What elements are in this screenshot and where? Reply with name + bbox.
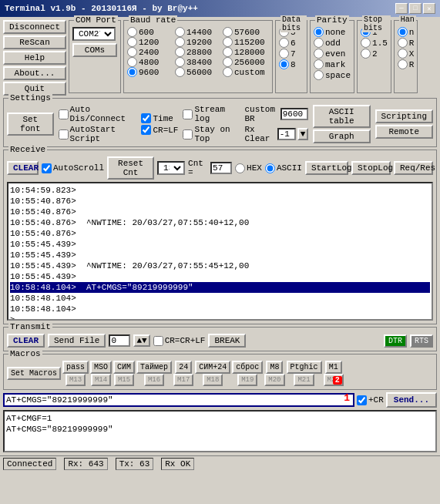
hnd-n[interactable]: n: [398, 27, 415, 37]
macro-m21[interactable]: M21: [294, 374, 314, 386]
window-title: Terminal v1.9b - 20130116Я - by Br@y++: [5, 4, 198, 13]
command-input[interactable]: [5, 395, 353, 405]
cr-lf-check[interactable]: CR=LF: [141, 125, 178, 135]
coms-button[interactable]: COMs: [72, 43, 117, 57]
cr-check[interactable]: +CR: [357, 395, 384, 405]
remote-button[interactable]: Remote: [375, 125, 433, 139]
stream-log-check[interactable]: Stream log: [183, 105, 240, 123]
baud-14400[interactable]: 14400: [175, 27, 221, 37]
maximize-button[interactable]: □: [409, 3, 422, 14]
start-log-button[interactable]: StartLog: [305, 161, 348, 175]
repeat-input[interactable]: [109, 334, 130, 347]
transmit-clear-button[interactable]: CLEAR: [7, 334, 45, 348]
stop-2[interactable]: 2: [361, 49, 388, 59]
parity-odd[interactable]: odd: [314, 38, 351, 48]
ascii-radio[interactable]: ASCII: [265, 163, 302, 173]
auto-dis-connect[interactable]: Auto Dis/Connect: [59, 105, 137, 123]
req-res-button[interactable]: Req/Res: [394, 161, 433, 175]
data-6[interactable]: 6: [279, 38, 304, 48]
send-file-button[interactable]: Send File: [48, 334, 106, 348]
title-bar: Terminal v1.9b - 20130116Я - by Br@y++ ─…: [0, 0, 440, 17]
about-button[interactable]: About...: [3, 66, 66, 80]
custom-br-input[interactable]: [280, 108, 308, 120]
baud-38400[interactable]: 38400: [175, 57, 221, 67]
macro-m13[interactable]: M13: [65, 374, 86, 386]
macro-m15[interactable]: M15: [114, 374, 134, 386]
terminal-line: 10:55:40.876>: [10, 207, 430, 217]
baud-custom[interactable]: custom: [223, 67, 269, 77]
macro-m19[interactable]: M19: [237, 374, 257, 386]
baud-4800[interactable]: 4800: [127, 57, 173, 67]
ascii-table-button[interactable]: ASCII table: [313, 105, 371, 128]
graph-button[interactable]: Graph: [313, 129, 371, 143]
close-button[interactable]: ✕: [423, 3, 435, 14]
data-7[interactable]: 7: [279, 49, 304, 59]
macro-ptghic[interactable]: Ptghic: [287, 361, 322, 374]
macro-sbros[interactable]: сброс: [232, 361, 263, 374]
window-controls[interactable]: ─ □ ✕: [395, 3, 435, 14]
stop-1-5[interactable]: 1.5: [361, 38, 388, 48]
baud-256000[interactable]: 256000: [223, 57, 269, 67]
help-button[interactable]: Help: [3, 51, 66, 65]
macro-sim24[interactable]: СИМ+24: [195, 361, 230, 374]
receive-clear-button[interactable]: CLEAR: [7, 161, 39, 175]
macro-m17[interactable]: M17: [173, 374, 193, 386]
time-check[interactable]: Time: [141, 113, 178, 123]
parity-space[interactable]: space: [314, 70, 351, 80]
baud-19200[interactable]: 19200: [175, 37, 221, 47]
minimize-button[interactable]: ─: [395, 3, 408, 14]
status-bar: Connected Rx: 643 Tx: 63 Rx OK: [0, 455, 440, 471]
dtr-button[interactable]: DTR: [384, 334, 407, 348]
cnt-input[interactable]: [210, 162, 232, 174]
repeat-spin[interactable]: ▲▼: [133, 334, 149, 347]
cnt-select[interactable]: 13: [157, 161, 185, 175]
rx-clear-input[interactable]: [277, 128, 296, 140]
cr-option-check[interactable]: CR=CR+LF: [153, 336, 206, 346]
scripting-button[interactable]: Scripting: [375, 109, 433, 123]
disconnect-button[interactable]: Disconnect: [3, 20, 66, 34]
baud-56000[interactable]: 56000: [175, 67, 221, 77]
setfont-button[interactable]: Set font: [7, 113, 54, 136]
stay-on-top-check[interactable]: Stay on Top: [183, 125, 240, 143]
baud-1200[interactable]: 1200: [127, 37, 173, 47]
macro-m8[interactable]: M8: [266, 361, 283, 374]
baud-2400[interactable]: 2400: [127, 47, 173, 57]
com-port-select[interactable]: COM27: [72, 27, 116, 41]
stop-log-button[interactable]: StopLog: [351, 161, 391, 175]
macro-24[interactable]: 24: [175, 361, 192, 374]
hnd-x[interactable]: X: [398, 49, 415, 59]
macro-pass[interactable]: pass: [62, 361, 89, 374]
baud-28800[interactable]: 28800: [175, 47, 221, 57]
hnd-r[interactable]: R: [398, 38, 415, 48]
rescan-button[interactable]: ReScan: [3, 35, 66, 49]
baud-57600[interactable]: 57600: [223, 27, 269, 37]
macro-timer[interactable]: Таймер: [136, 361, 172, 374]
reset-cnt-button[interactable]: Reset Cnt: [107, 156, 154, 180]
parity-mark[interactable]: mark: [314, 59, 351, 69]
rx-clear-spin-down[interactable]: ▼: [297, 128, 308, 140]
macro-m14[interactable]: M14: [91, 374, 111, 386]
break-button[interactable]: BREAK: [208, 334, 246, 348]
parity-none[interactable]: none: [314, 27, 351, 37]
macro-m1[interactable]: M1: [325, 361, 342, 374]
data-8[interactable]: 8: [279, 59, 304, 69]
baud-115200[interactable]: 115200: [223, 37, 269, 47]
macro-m20[interactable]: M20: [264, 374, 284, 386]
rts-button[interactable]: RTS: [410, 334, 433, 348]
macro-sim[interactable]: СИМ: [113, 361, 135, 374]
baud-128000[interactable]: 128000: [223, 47, 269, 57]
autoscroll-check[interactable]: AutoScroll: [42, 163, 104, 173]
terminal-line: 10:58:48.104>: [10, 304, 430, 314]
baud-9600[interactable]: 9600: [127, 67, 173, 77]
macro-mso[interactable]: MSO: [90, 361, 112, 374]
parity-even[interactable]: even: [314, 49, 351, 59]
hnd-r2[interactable]: R: [398, 59, 415, 69]
macro-m16[interactable]: M16: [144, 374, 164, 386]
macro-m18[interactable]: M18: [203, 374, 223, 386]
autostart-script[interactable]: AutoStart Script: [59, 125, 137, 143]
set-macros-button[interactable]: Set Macros: [7, 367, 61, 380]
receive-label: Receive: [8, 145, 47, 154]
hex-radio[interactable]: HEX: [235, 163, 262, 173]
send-button[interactable]: Send...: [386, 392, 437, 408]
baud-600[interactable]: 600: [127, 27, 173, 37]
